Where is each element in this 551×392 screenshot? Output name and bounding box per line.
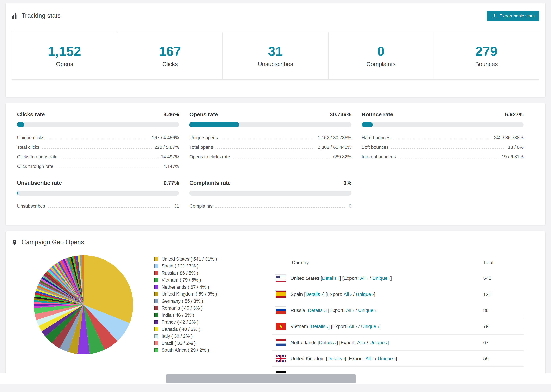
stat-box-clicks: 167 Clicks (117, 33, 223, 79)
stat-line-label: Complaints (190, 203, 212, 209)
legend-item: Spain ( 121 / 7% ) (154, 263, 272, 270)
bounces-label: Bounces (475, 61, 498, 68)
stat-line-value: 689.82% (333, 154, 352, 159)
export-unique-link[interactable]: Unique › (378, 356, 396, 361)
unsubscribes-count: 31 (268, 44, 283, 59)
export-unique-link[interactable]: Unique › (361, 324, 379, 329)
export-all-link[interactable]: All › (344, 291, 352, 297)
country-name: United Kingdom (290, 356, 325, 361)
details-link[interactable]: Details › (311, 324, 328, 329)
country-name: United States (290, 275, 319, 281)
us-flag-icon (275, 274, 286, 282)
gb-flag-icon (275, 355, 286, 362)
geo-table-row: Russia [Details ›] [Export: All › / Uniq… (272, 302, 524, 318)
details-link[interactable]: Details › (305, 291, 323, 297)
legend-label: Netherlands ( 67 / 4% ) (162, 285, 209, 290)
bar-chart-icon (12, 13, 17, 19)
export-basic-stats-button[interactable]: Export basic stats (487, 11, 539, 21)
details-link[interactable]: Details › (322, 275, 340, 281)
details-link[interactable]: Details › (319, 340, 337, 345)
legend-label: South Africa ( 29 / 2% ) (162, 348, 209, 353)
stat-box-opens: 1,152 Opens (12, 33, 117, 79)
geo-table-row: United States [Details ›] [Export: All ›… (272, 270, 524, 286)
nl-flag-icon (275, 339, 286, 346)
opens-rate-value: 30.736% (330, 112, 351, 118)
unsubscribe-rate-title: Unsubscribe rate (17, 180, 62, 186)
stat-line: Complaints0 (190, 201, 352, 211)
dotted-leader (233, 158, 330, 158)
tracking-stats-title: Tracking stats (21, 12, 61, 20)
stat-line-label: Clicks to opens rate (17, 154, 58, 159)
dotted-leader (215, 207, 346, 207)
stat-line-value: 14.497% (161, 154, 179, 159)
ru-flag-icon (275, 307, 286, 314)
stat-line: Total opens2,303 / 61.446% (190, 142, 352, 152)
geo-pie-legend: United States ( 541 / 31% )Spain ( 121 /… (154, 256, 272, 354)
complaints-count: 0 (377, 44, 385, 59)
stat-line-value: 19 / 6.81% (502, 154, 524, 159)
legend-item: South Africa ( 29 / 2% ) (154, 347, 272, 354)
country-column-header: Country (272, 255, 483, 270)
country-total: 86 (483, 302, 524, 318)
opens-rate-title: Opens rate (190, 112, 218, 118)
stat-line: Click through rate4.147% (17, 161, 179, 171)
legend-label: France ( 42 / 2% ) (162, 320, 198, 325)
bounce-rate-panel: Bounce rate 6.927% Hard bounces242 / 86.… (361, 111, 524, 171)
clicks-rate-value: 4.46% (164, 112, 179, 118)
geo-table-row: Vietnam [Details ›] [Export: All › / Uni… (272, 318, 524, 334)
stat-line-value: 0 (349, 203, 351, 209)
stat-line-label: Opens to clicks rate (190, 154, 230, 159)
stat-line-value: 167 / 4.456% (152, 135, 179, 140)
export-all-link[interactable]: All › (365, 356, 374, 361)
clicks-rate-progressbar (17, 122, 179, 127)
stat-line: Unique opens1,152 / 30.736% (190, 133, 352, 142)
clicks-label: Clicks (162, 61, 178, 68)
country-total: 541 (483, 270, 524, 286)
legend-swatch (154, 264, 158, 268)
dotted-leader (42, 148, 152, 149)
legend-label: United States ( 541 / 31% ) (162, 257, 217, 262)
dotted-leader (48, 207, 171, 207)
country-total: 121 (483, 286, 524, 302)
geo-table: Country Total United States [Details ›] … (272, 255, 524, 383)
stat-line: Hard bounces242 / 86.738% (361, 133, 524, 142)
legend-item: United Kingdom ( 59 / 3% ) (154, 291, 272, 298)
unsubscribes-label: Unsubscribes (258, 61, 293, 68)
tracking-stats-card: Tracking stats Export basic stats 1,152 … (6, 3, 545, 98)
legend-label: Germany ( 55 / 3% ) (162, 299, 203, 304)
export-unique-link[interactable]: Unique › (356, 291, 374, 297)
details-link[interactable]: Details › (308, 308, 325, 313)
geo-table-row: Netherlands [Details ›] [Export: All › /… (272, 334, 524, 350)
complaints-rate-title: Complaints rate (190, 180, 231, 186)
clicks-rate-progress-fill (17, 122, 24, 127)
stat-line-label: Soft bounces (361, 145, 389, 150)
page: Tracking stats Export basic stats 1,152 … (0, 0, 551, 392)
legend-swatch (154, 285, 158, 289)
es-flag-icon (275, 290, 286, 298)
export-all-link[interactable]: All › (346, 308, 354, 313)
stat-line-value: 4.147% (163, 164, 179, 169)
export-all-link[interactable]: All › (349, 324, 357, 329)
stat-line-label: Unique opens (190, 135, 218, 140)
opens-rate-panel: Opens rate 30.736% Unique opens1,152 / 3… (190, 111, 352, 171)
geo-table-header-row: Country Total (272, 255, 524, 270)
stat-line-label: Unsubscribes (17, 203, 45, 209)
clicks-rate-panel: Clicks rate 4.46% Unique clicks167 / 4.4… (17, 111, 179, 171)
dotted-leader (221, 139, 315, 139)
legend-label: Canada ( 40 / 2% ) (162, 327, 200, 332)
legend-label: Vietnam ( 79 / 5% ) (162, 278, 201, 283)
legend-label: Brazil ( 33 / 2% ) (162, 341, 196, 346)
export-unique-link[interactable]: Unique › (358, 308, 376, 313)
legend-item: India ( 46 / 3% ) (154, 312, 272, 319)
export-all-link[interactable]: All › (360, 275, 368, 281)
legend-item: Netherlands ( 67 / 4% ) (154, 284, 272, 291)
details-link[interactable]: Details › (327, 356, 345, 361)
export-all-link[interactable]: All › (357, 340, 365, 345)
horizontal-scrollbar-thumb[interactable] (166, 374, 356, 383)
export-unique-link[interactable]: Unique › (369, 340, 388, 345)
stat-line-value: 31 (174, 203, 179, 209)
bounce-rate-title: Bounce rate (361, 112, 393, 118)
export-unique-link[interactable]: Unique › (372, 275, 390, 281)
stat-line: Unique clicks167 / 4.456% (17, 133, 179, 142)
opens-rate-progress-fill (190, 122, 239, 127)
